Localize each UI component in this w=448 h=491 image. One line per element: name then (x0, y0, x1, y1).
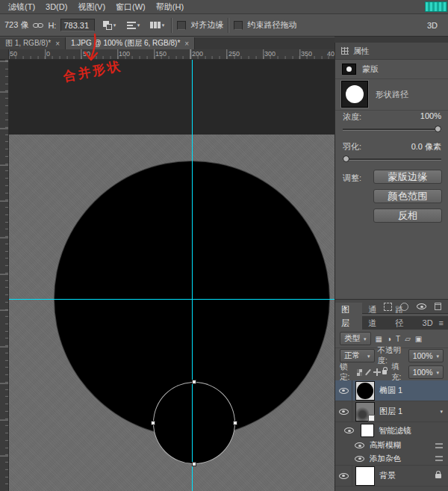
opacity-value-select[interactable]: 100% ▾ (408, 349, 444, 362)
link-dimensions-icon[interactable] (33, 22, 43, 29)
eye-icon[interactable] (355, 442, 364, 448)
close-icon[interactable]: × (55, 40, 60, 48)
menu-window[interactable]: 窗口(W) (111, 0, 151, 14)
filter-row-gaussian-blur[interactable]: 高斯模糊 (335, 439, 448, 452)
height-label: H: (48, 21, 56, 30)
visibility-cell[interactable] (335, 466, 352, 486)
filter-row-add-noise[interactable]: 添加杂色 (335, 452, 448, 466)
lock-row: 锁定: 填充: 100% ▾ (335, 364, 448, 381)
chevron-down-icon: ▾ (113, 22, 116, 28)
lock-pixels-icon[interactable] (365, 369, 371, 376)
ruler-label: 50 (83, 50, 90, 58)
lock-transparency-icon[interactable] (357, 369, 362, 376)
menu-3d[interactable]: 3D(D) (40, 0, 72, 14)
visibility-cell[interactable] (335, 401, 352, 421)
panel-menu-icon[interactable]: ≡ (439, 316, 448, 330)
mask-label: 蒙版 (362, 64, 379, 75)
ruler-label: 100 (119, 50, 130, 58)
document-tab-2[interactable]: 1.JPG @ 100% (图层 6, RGB/8)* × (66, 37, 195, 49)
collapse-filters-icon[interactable]: ▾ (440, 409, 443, 414)
delete-mask-icon[interactable] (435, 303, 441, 310)
filter-adjustment-icon[interactable]: ◑ (387, 335, 391, 343)
document-tab-1[interactable]: 图 1, RGB/8)* × (0, 37, 66, 49)
adjust-label: 调整: (343, 173, 361, 184)
width-value: 723 像 (4, 19, 28, 31)
menu-help[interactable]: 帮助(H) (151, 0, 189, 14)
path-arrangement-button[interactable]: ▾ (147, 17, 167, 33)
photoshop-window: 滤镜(T) 3D(D) 视图(V) 窗口(W) 帮助(H) 723 像 H: ▾… (0, 0, 448, 491)
path-anchor-top[interactable] (192, 380, 196, 384)
ruler-label: 350 (301, 50, 312, 58)
filter-pixel-icon[interactable]: ▦ (376, 335, 382, 343)
density-slider-knob[interactable] (435, 126, 441, 132)
eye-icon[interactable] (355, 456, 364, 462)
menu-filter[interactable]: 滤镜(T) (3, 0, 40, 14)
filter-options-icon[interactable] (435, 456, 443, 461)
layer-row-background[interactable]: 背景 (335, 466, 448, 487)
tab-3d[interactable]: 3D (417, 316, 439, 330)
lock-position-icon[interactable] (373, 368, 379, 376)
fill-value-select[interactable]: 100% ▾ (408, 365, 444, 379)
constrain-path-drag-checkbox[interactable] (234, 21, 243, 30)
document-viewport[interactable] (9, 60, 335, 491)
lock-label: 锁定: (340, 362, 354, 383)
ruler-label: 200 (192, 50, 203, 58)
layer-row-ellipse-1[interactable]: 椭圆 1 (335, 380, 448, 401)
chevron-down-icon: ▾ (137, 22, 140, 28)
menu-view[interactable]: 视图(V) (72, 0, 111, 14)
layer-thumbnail (355, 466, 375, 486)
visibility-cell[interactable] (335, 380, 352, 401)
chevron-down-icon: ▾ (162, 22, 165, 28)
close-icon[interactable]: × (184, 40, 189, 48)
properties-title: 属性 (353, 46, 370, 57)
window-control-fragment (425, 1, 447, 12)
ruler-label: 50 (10, 50, 17, 58)
path-operations-icon (103, 21, 112, 30)
path-operations-button[interactable]: ▾ (99, 17, 119, 33)
tab-channels[interactable]: 通道 (362, 303, 389, 330)
shape-path-row[interactable]: 形状路径 (335, 78, 448, 111)
layer-filter-kind-select[interactable]: 类型 ▾ (340, 332, 371, 345)
mask-edge-button[interactable]: 蒙版边缘 (373, 170, 442, 184)
guide-horizontal[interactable] (9, 299, 335, 300)
layer-row-layer-1[interactable]: 图层 1 ▾ (335, 401, 448, 422)
blend-mode-select[interactable]: 正常 ▾ (340, 349, 375, 362)
path-anchor-left[interactable] (151, 421, 155, 425)
color-range-button[interactable]: 颜色范围 (373, 189, 442, 203)
layer-name: 图层 1 (379, 406, 402, 417)
tab-paths[interactable]: 路径 (389, 303, 416, 330)
layer-thumbnail (355, 381, 375, 401)
feather-row: 羽化: 0.0 像素 (335, 141, 448, 153)
workspace-3d-label[interactable]: 3D (427, 21, 444, 30)
toggle-mask-icon[interactable] (417, 303, 426, 309)
ruler-vertical[interactable] (0, 60, 9, 491)
lock-all-icon[interactable] (382, 370, 387, 374)
constrain-path-drag-label: 约束路径拖动 (247, 19, 296, 31)
chevron-down-icon: ▾ (367, 353, 370, 359)
ruler-horizontal[interactable]: 50 0 50 100 150 200 250 300 350 400 (0, 49, 335, 60)
filter-smart-object-icon[interactable]: ▣ (415, 335, 422, 343)
path-anchor-bottom[interactable] (192, 462, 196, 466)
chevron-down-icon: ▾ (436, 370, 439, 375)
tool-options-bar: 723 像 H: ▾ ▾ ▾ 对齐边缘 约束路径拖动 3D (0, 14, 448, 37)
smart-filters-row[interactable]: 智能滤镜 (335, 422, 448, 439)
path-alignment-button[interactable]: ▾ (123, 17, 143, 33)
mask-target-row[interactable]: 蒙版 (335, 59, 448, 79)
eye-icon (339, 388, 349, 394)
feather-slider-knob[interactable] (343, 155, 349, 162)
tab-layers[interactable]: 图层 (335, 303, 362, 330)
height-input[interactable] (60, 19, 95, 31)
invert-button[interactable]: 反相 (373, 209, 442, 223)
ruler-corner[interactable] (0, 49, 9, 60)
separator (171, 18, 172, 33)
filter-type-icon[interactable]: T (396, 335, 400, 343)
filter-shape-icon[interactable]: ▱ (405, 335, 411, 343)
panel-gap (335, 37, 448, 43)
path-anchor-right[interactable] (233, 421, 237, 425)
align-edges-checkbox[interactable] (177, 21, 186, 30)
properties-icon (341, 47, 349, 55)
chevron-down-icon: ▾ (436, 353, 439, 359)
eye-icon[interactable] (344, 427, 354, 433)
filter-options-icon[interactable] (435, 443, 443, 448)
guide-vertical[interactable] (192, 60, 193, 491)
